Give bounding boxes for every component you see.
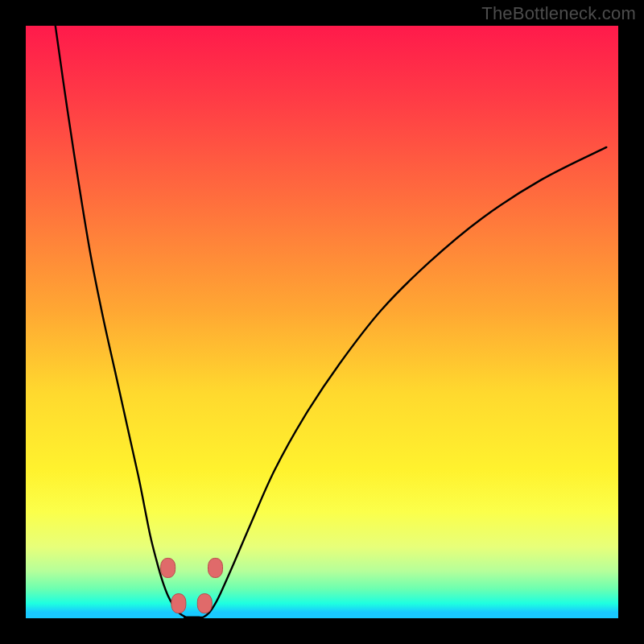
valley-marker-3	[197, 594, 212, 613]
watermark-text: TheBottleneck.com	[481, 3, 636, 24]
plot-area	[26, 26, 618, 618]
valley-marker-2	[171, 594, 186, 613]
chart-frame: TheBottleneck.com	[0, 0, 644, 644]
curve-layer	[26, 26, 618, 618]
bottleneck-curve	[56, 26, 606, 617]
valley-marker-1	[208, 558, 223, 577]
valley-markers	[161, 558, 223, 613]
valley-marker-0	[161, 558, 175, 577]
